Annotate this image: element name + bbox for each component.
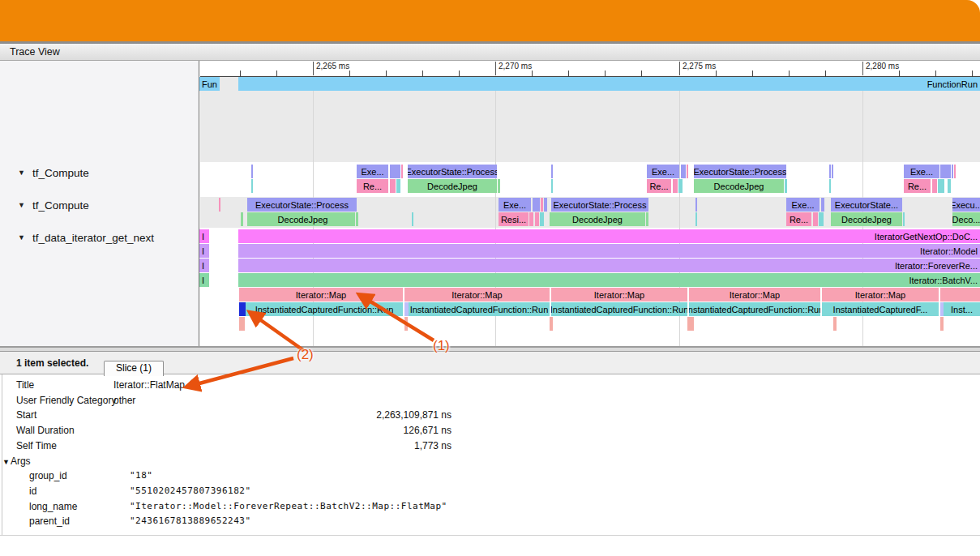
trace-slice[interactable] <box>239 317 245 331</box>
trace-slice[interactable]: Exe... <box>904 165 939 178</box>
trace-slice[interactable]: Re... <box>357 179 388 193</box>
trace-slice[interactable]: Inst... <box>944 302 980 316</box>
trace-slice[interactable]: ExecutorState::Process <box>694 165 786 178</box>
trace-slice[interactable]: Iterator::Map <box>404 288 550 302</box>
trace-slice[interactable] <box>687 317 694 331</box>
args-toggle[interactable]: ▼Args <box>2 455 31 467</box>
trace-slice[interactable] <box>940 165 951 178</box>
trace-slice[interactable] <box>940 288 980 302</box>
sidebar-track-tf_Compute[interactable]: ▼tf_Compute <box>18 165 89 181</box>
trace-slice[interactable]: Iterator::Map <box>822 288 939 302</box>
trace-slice[interactable]: InstantiatedCapturedFunction::Run <box>689 302 820 316</box>
trace-slice[interactable] <box>390 165 400 178</box>
collapse-triangle-icon[interactable]: ▼ <box>18 169 25 177</box>
trace-slice[interactable] <box>541 198 543 212</box>
trace-slice[interactable]: Iterator::Map <box>239 288 403 302</box>
trace-slice[interactable]: I <box>199 259 209 272</box>
trace-slice[interactable] <box>544 198 547 212</box>
trace-slice[interactable] <box>646 212 648 226</box>
trace-slice[interactable] <box>952 165 953 178</box>
trace-slice[interactable]: InstantiatedCapturedFunction::Run <box>551 302 687 316</box>
trace-slice[interactable]: Iterator::BatchV... <box>238 273 980 287</box>
sidebar-track-tf_data_iterator_get_next[interactable]: ▼tf_data_iterator_get_next <box>18 229 154 246</box>
trace-slice[interactable]: DecodeJpeg <box>694 179 784 193</box>
trace-slice[interactable]: DecodeJpeg <box>408 179 497 193</box>
trace-slice[interactable] <box>533 198 540 212</box>
trace-slice[interactable] <box>396 179 400 193</box>
trace-slice[interactable]: I <box>199 244 209 258</box>
trace-slice[interactable] <box>948 179 951 193</box>
search-icon[interactable] <box>189 379 201 393</box>
trace-slice[interactable] <box>241 212 243 226</box>
trace-slice[interactable] <box>695 198 697 212</box>
trace-slice[interactable]: ExecutorState... <box>831 198 902 212</box>
trace-slice[interactable]: I <box>199 229 209 243</box>
trace-slice[interactable] <box>498 179 500 193</box>
trace-slice[interactable] <box>673 179 678 193</box>
trace-slice[interactable]: Re... <box>786 212 811 226</box>
sidebar-track-tf_Compute[interactable]: ▼tf_Compute <box>18 197 89 213</box>
panel-splitter[interactable] <box>0 346 980 352</box>
trace-slice[interactable] <box>687 165 688 178</box>
trace-slice[interactable] <box>695 212 697 226</box>
trace-slice[interactable]: Re... <box>647 179 671 193</box>
trace-slice[interactable] <box>390 179 396 193</box>
trace-slice[interactable]: Exe... <box>786 198 820 212</box>
trace-slice[interactable]: ExecutorState::Process <box>408 165 497 178</box>
trace-slice[interactable] <box>829 179 831 193</box>
trace-slice[interactable] <box>540 212 544 226</box>
trace-slice[interactable]: InstantiatedCapturedFunction::Run <box>409 302 550 316</box>
trace-slice[interactable] <box>551 179 553 193</box>
collapse-triangle-icon[interactable]: ▼ <box>18 201 25 209</box>
trace-slice[interactable] <box>954 165 956 178</box>
trace-slice[interactable]: DecodeJpeg <box>250 212 355 226</box>
trace-slice[interactable]: Resi... <box>499 212 529 226</box>
collapse-triangle-icon[interactable]: ▼ <box>18 233 25 242</box>
trace-slice[interactable] <box>251 179 253 193</box>
trace-slice[interactable]: Iterator::ForeverRe... <box>238 259 980 272</box>
trace-slice[interactable]: Fun <box>199 77 220 91</box>
trace-slice[interactable]: Iterator::Map <box>551 288 687 302</box>
selected-slice[interactable] <box>239 302 246 316</box>
trace-slice[interactable] <box>785 179 787 193</box>
trace-slice[interactable] <box>819 212 824 226</box>
trace-slice[interactable]: Iterator::Map <box>689 288 820 302</box>
trace-slice[interactable] <box>404 317 408 331</box>
trace-slice[interactable] <box>932 179 937 193</box>
trace-slice[interactable] <box>412 212 413 226</box>
trace-slice[interactable]: InstantiatedCapturedF... <box>822 302 939 316</box>
trace-slice[interactable]: FunctionRun <box>238 77 980 91</box>
tab-slice[interactable]: Slice (1) <box>104 361 164 376</box>
trace-slice[interactable]: ExecutorState::Process <box>551 198 648 212</box>
trace-slice[interactable]: IteratorGetNextOp::DoC... <box>238 229 980 243</box>
trace-slice[interactable]: ExecutorState::Process <box>247 198 357 212</box>
trace-slice[interactable]: Exe... <box>499 198 531 212</box>
trace-slice[interactable] <box>551 165 553 178</box>
trace-slice[interactable]: DecodeJpeg <box>831 212 902 226</box>
trace-slice[interactable]: Exe... <box>357 165 388 178</box>
trace-slice[interactable] <box>940 317 944 331</box>
trace-slice[interactable]: Re... <box>904 179 931 193</box>
trace-slice[interactable]: Execu... <box>952 198 980 212</box>
trace-slice[interactable] <box>401 165 403 178</box>
trace-slice[interactable] <box>529 212 533 226</box>
trace-slice[interactable]: InstantiatedCapturedFunction::Run <box>246 302 403 316</box>
trace-slice[interactable] <box>832 165 833 178</box>
trace-slice[interactable] <box>938 179 944 193</box>
trace-slice[interactable] <box>813 212 818 226</box>
trace-slice[interactable] <box>829 165 831 178</box>
trace-slice[interactable]: Exe... <box>647 165 679 178</box>
trace-slice[interactable]: Iterator::Model <box>238 244 980 258</box>
trace-slice[interactable]: I <box>199 273 209 287</box>
trace-slice[interactable] <box>535 212 539 226</box>
trace-slice[interactable] <box>678 179 683 193</box>
trace-slice[interactable] <box>903 212 905 226</box>
trace-slice[interactable] <box>219 198 220 212</box>
trace-slice[interactable] <box>681 165 686 178</box>
trace-slice[interactable] <box>251 165 253 178</box>
trace-slice[interactable] <box>550 317 553 331</box>
trace-slice[interactable] <box>356 212 358 226</box>
trace-slice[interactable] <box>833 317 837 331</box>
trace-slice[interactable]: DecodeJpeg <box>550 212 645 226</box>
trace-slice[interactable]: Deco... <box>952 212 980 226</box>
